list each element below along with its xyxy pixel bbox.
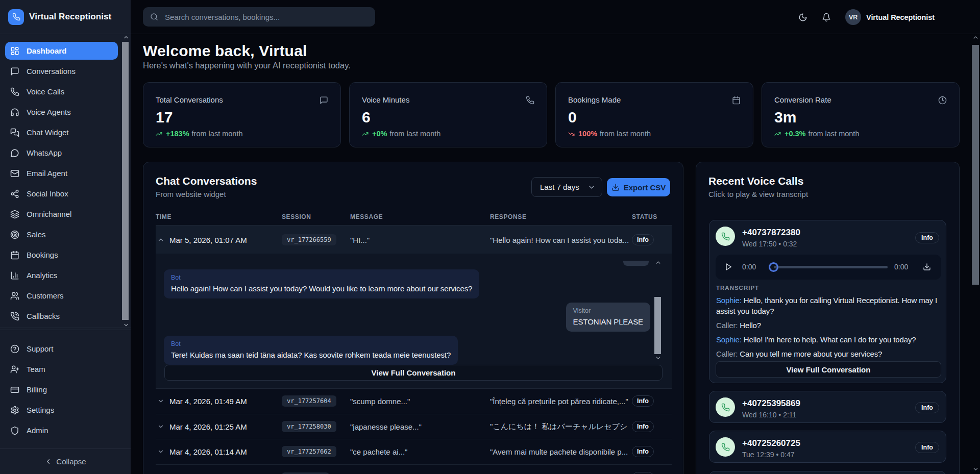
notifications-button[interactable] [822, 13, 831, 22]
conversation-scroll-area: Bot Hello again! How can I assist you to… [164, 257, 664, 365]
info-badge[interactable]: Info [915, 232, 939, 243]
chevron-up-icon[interactable] [123, 34, 129, 40]
sidebar-item-email-agent[interactable]: Email Agent [5, 164, 118, 182]
call-meta: Tue 12:39 • 0:47 [742, 451, 794, 459]
voice-call-card[interactable]: +40725395869 Wed 16:10 • 2:11 Info [709, 391, 946, 423]
export-csv-button[interactable]: Export CSV [607, 178, 670, 196]
column-time: TIME [156, 213, 172, 220]
chevron-down-icon [157, 423, 164, 430]
sidebar-item-voice-calls[interactable]: Voice Calls [5, 83, 118, 101]
search-box[interactable] [143, 7, 375, 27]
chevron-up-icon [157, 236, 164, 243]
sidebar-item-label: Team [27, 365, 45, 373]
phone-call-icon [10, 312, 19, 321]
row-response: "Hello again! How can I assist you toda.… [490, 235, 629, 244]
sidebar-item-label: Callbacks [27, 312, 60, 320]
phone-icon [12, 13, 20, 21]
sidebar-item-team[interactable]: Team [5, 360, 118, 378]
table-row[interactable]: Mar 4, 2026, 01:49 AM vr_177257604 "scum… [156, 389, 672, 414]
call-avatar [716, 437, 735, 457]
table-row[interactable]: Mar 4, 2026, 01:25 AM vr_177258030 "japa… [156, 414, 672, 440]
table-row[interactable]: Mar 5, 2026, 01:07 AM vr_177266559 "HI..… [156, 226, 672, 254]
info-badge[interactable]: Info [915, 402, 939, 413]
credit-card-icon [10, 385, 19, 394]
view-full-conversation-button[interactable]: View Full Conversation [164, 365, 663, 381]
sidebar-item-conversations[interactable]: Conversations [5, 62, 118, 80]
sidebar-item-support[interactable]: Support [5, 340, 118, 358]
row-message: "ce pachete ai..." [350, 447, 407, 456]
sidebar-item-customers[interactable]: Customers [5, 287, 118, 305]
player-track[interactable] [774, 266, 888, 268]
player-knob[interactable] [769, 262, 778, 272]
sidebar-item-dashboard[interactable]: Dashboard [5, 42, 118, 60]
voice-call-card[interactable]: +40737872380 Wed 17:50 • 0:32 Info 0:00 … [709, 220, 946, 383]
sidebar-item-social-inbox[interactable]: Social Inbox [5, 185, 118, 203]
sidebar-item-admin[interactable]: Admin [5, 421, 118, 439]
transcript-speaker: Sophie: [716, 296, 742, 305]
session-badge: vr_177258030 [282, 421, 336, 432]
sidebar-item-chat-widget[interactable]: Chat Widget [5, 123, 118, 141]
stat-value: 17 [156, 109, 328, 126]
chevron-up-icon[interactable] [655, 259, 662, 266]
sidebar-item-whatsapp[interactable]: WhatsApp [5, 144, 118, 162]
dark-mode-toggle[interactable] [798, 13, 807, 22]
chevron-up-icon[interactable] [972, 34, 979, 41]
download-icon[interactable] [923, 263, 931, 271]
session-badge [282, 472, 329, 474]
stat-delta: +0% [372, 130, 387, 138]
info-badge[interactable]: Info [915, 442, 939, 453]
transcript-text: Hello? [740, 321, 761, 330]
date-range-select[interactable]: Last 7 days [531, 177, 602, 197]
sidebar-item-sales[interactable]: Sales [5, 226, 118, 243]
sidebar-item-settings[interactable]: Settings [5, 401, 118, 419]
sidebar-item-bookings[interactable]: Bookings [5, 246, 118, 264]
bubble-text: Hello again! How can I assist you today?… [171, 284, 472, 294]
play-button[interactable] [724, 263, 732, 271]
transcript-text: Hello, thank you for calling Virtual Rec… [716, 296, 937, 315]
status-badge[interactable] [632, 472, 654, 474]
session-badge: vr_177266559 [282, 234, 336, 245]
stat-delta: 100% [578, 130, 597, 138]
search-input[interactable] [165, 13, 359, 21]
table-row[interactable]: Mar 4, 2026, 01:14 AM vr_177257662 "ce p… [156, 439, 672, 465]
sidebar-item-omnichannel[interactable]: Omnichannel [5, 205, 118, 223]
bubble-text: Tere! Kuidas ma saan teid täna aidata? K… [171, 350, 451, 360]
user-menu[interactable]: VR Virtual Receptionist [845, 9, 935, 25]
stat-caption: from last month [389, 130, 440, 138]
collapse-label: Collapse [56, 457, 86, 466]
clock-icon [938, 96, 947, 105]
trending-up-icon [156, 131, 162, 137]
stat-value: 6 [362, 109, 534, 126]
sidebar-item-analytics[interactable]: Analytics [5, 266, 118, 284]
status-badge[interactable]: Info [632, 395, 654, 407]
message-square-icon [10, 67, 19, 76]
voice-call-card[interactable] [709, 471, 946, 474]
export-csv-label: Export CSV [624, 183, 666, 192]
sidebar-scrollbar-thumb[interactable] [122, 42, 129, 320]
table-row-expanded: Mar 5, 2026, 01:07 AM vr_177266559 "HI..… [156, 226, 672, 389]
status-badge[interactable]: Info [632, 446, 654, 457]
stat-value: 0 [568, 109, 741, 126]
stat-label: Voice Minutes [362, 95, 534, 104]
bot-message-bubble: Bot Tere! Kuidas ma saan teid täna aidat… [164, 336, 458, 365]
phone-icon [526, 96, 534, 105]
view-full-conversation-button[interactable]: View Full Conversation [716, 361, 941, 378]
sidebar-item-billing[interactable]: Billing [5, 381, 118, 398]
collapse-button[interactable]: Collapse [0, 448, 131, 474]
table-row-partial[interactable] [156, 465, 672, 474]
page-scrollbar-thumb[interactable] [972, 45, 979, 285]
sidebar-item-callbacks[interactable]: Callbacks [5, 307, 118, 325]
transcript-speaker: Caller: [716, 350, 738, 358]
call-number: +40725260725 [742, 438, 800, 448]
status-badge[interactable]: Info [632, 421, 654, 432]
sidebar-item-voice-agents[interactable]: Voice Agents [5, 103, 118, 121]
column-session: SESSION [282, 213, 311, 220]
voice-call-card[interactable]: +40725260725 Tue 12:39 • 0:47 Info [709, 431, 946, 463]
bubble-role: Bot [171, 340, 451, 347]
chevron-left-icon [44, 458, 56, 465]
message-circle-icon [10, 148, 19, 158]
chevron-down-icon[interactable] [972, 466, 979, 472]
chevron-down-icon[interactable] [655, 355, 662, 361]
status-badge[interactable]: Info [632, 234, 654, 245]
conversation-scrollbar-thumb[interactable] [654, 297, 661, 354]
